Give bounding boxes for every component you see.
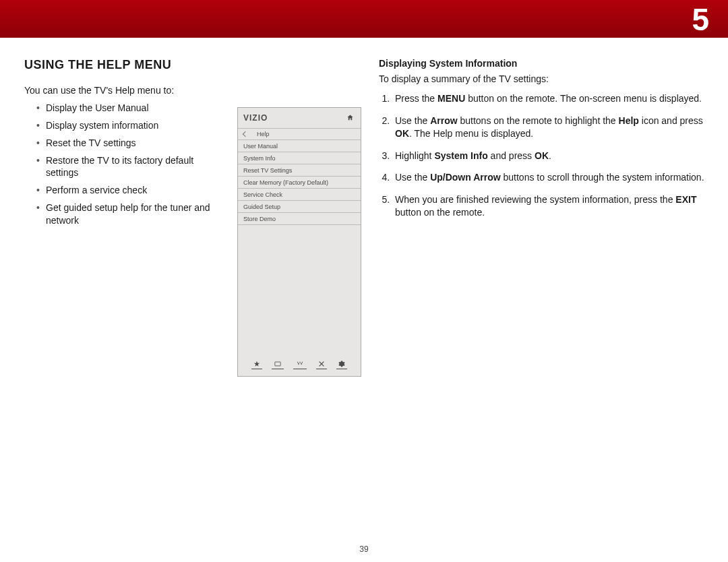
intro-text: You can use the TV's Help menu to: <box>24 84 220 97</box>
menu-item: Clear Memory (Factory Default) <box>238 177 361 189</box>
back-icon <box>243 131 248 137</box>
menu-title: Help <box>257 131 270 137</box>
step-item: Highlight System Info and press OK. <box>392 150 706 162</box>
menu-item: Reset TV Settings <box>238 164 361 177</box>
step-item: Use the Arrow buttons on the remote to h… <box>392 115 706 140</box>
help-menu-screenshot: VIZIO Help User Manual System Info Reset… <box>237 107 361 377</box>
list-item: Display system information <box>36 119 220 132</box>
menu-item: Service Check <box>238 189 361 201</box>
chapter-banner: 5 <box>0 0 728 38</box>
section-title: USING THE HELP MENU <box>24 58 220 72</box>
menu-item: Store Demo <box>238 213 361 225</box>
list-item: Perform a service check <box>36 184 220 197</box>
menu-item: System Info <box>238 152 361 164</box>
list-item: Display the User Manual <box>36 102 220 115</box>
list-item: Get guided setup help for the tuner and … <box>36 201 220 227</box>
list-item: Reset the TV settings <box>36 137 220 150</box>
close-icon <box>316 360 327 369</box>
menu-footer-icons <box>238 360 361 369</box>
step-item: When you are finished reviewing the syst… <box>392 193 706 219</box>
star-icon <box>251 360 262 369</box>
step-item: Use the Up/Down Arrow buttons to scroll … <box>392 171 706 184</box>
home-icon <box>346 114 354 121</box>
page-number: 39 <box>0 544 728 554</box>
menu-item: Guided Setup <box>238 201 361 213</box>
menu-item: User Manual <box>238 140 361 152</box>
v-icon <box>293 360 307 369</box>
steps-list: Press the MENU button on the remote. The… <box>379 92 706 219</box>
cc-icon <box>272 360 284 369</box>
subheading: Displaying System Information <box>379 58 706 69</box>
bullet-list: Display the User Manual Display system i… <box>24 102 220 227</box>
sub-lead: To display a summary of the TV settings: <box>379 73 706 86</box>
gear-icon <box>336 360 347 369</box>
svg-rect-0 <box>275 362 280 366</box>
step-item: Press the MENU button on the remote. The… <box>392 92 706 105</box>
brand-logo: VIZIO <box>243 113 268 123</box>
menu-title-row: Help <box>238 128 361 140</box>
chapter-number: 5 <box>692 1 709 38</box>
list-item: Restore the TV to its factory default se… <box>36 154 220 180</box>
